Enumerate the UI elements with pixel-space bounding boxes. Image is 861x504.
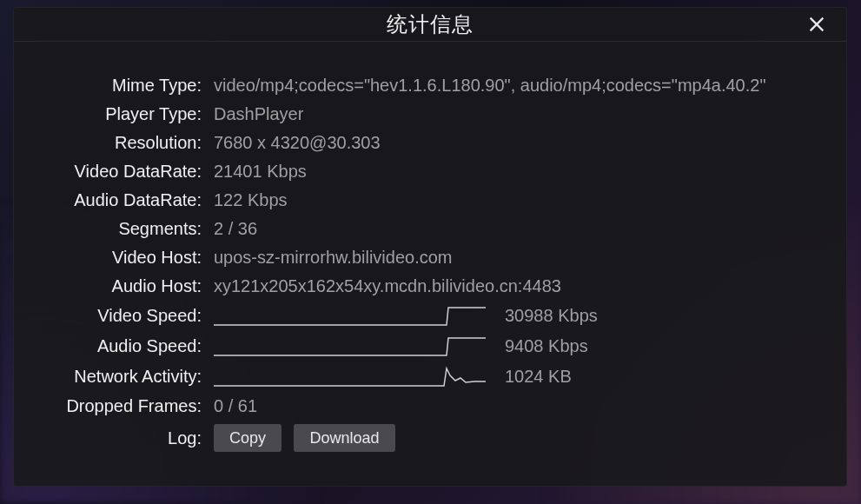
close-icon bbox=[807, 15, 826, 34]
network-activity-graph bbox=[214, 365, 486, 388]
row-audio-datarate: Audio DataRate: 122 Kbps bbox=[49, 189, 811, 210]
label-video-host: Video Host: bbox=[49, 248, 214, 268]
label-segments: Segments: bbox=[49, 219, 214, 239]
label-audio-host: Audio Host: bbox=[49, 276, 214, 296]
row-mime-type: Mime Type: video/mp4;codecs="hev1.1.6.L1… bbox=[49, 75, 811, 96]
panel-header: 统计信息 bbox=[14, 8, 846, 42]
row-video-host: Video Host: upos-sz-mirrorhw.bilivideo.c… bbox=[49, 247, 811, 268]
label-mime-type: Mime Type: bbox=[49, 76, 214, 96]
download-button[interactable]: Download bbox=[294, 424, 394, 452]
value-audio-speed: 9408 Kbps bbox=[505, 336, 588, 356]
label-audio-speed: Audio Speed: bbox=[49, 336, 214, 356]
row-network-activity: Network Activity: 1024 KB bbox=[49, 365, 811, 388]
label-player-type: Player Type: bbox=[49, 104, 214, 124]
row-resolution: Resolution: 7680 x 4320@30.303 bbox=[49, 132, 811, 153]
value-player-type: DashPlayer bbox=[214, 104, 811, 124]
value-video-host: upos-sz-mirrorhw.bilivideo.com bbox=[214, 248, 811, 268]
value-mime-type: video/mp4;codecs="hev1.1.6.L180.90", aud… bbox=[214, 76, 811, 96]
value-audio-host: xy121x205x162x54xy.mcdn.bilivideo.cn:448… bbox=[214, 276, 811, 296]
row-audio-speed: Audio Speed: 9408 Kbps bbox=[49, 335, 811, 357]
close-button[interactable] bbox=[805, 12, 829, 36]
label-video-datarate: Video DataRate: bbox=[49, 162, 214, 182]
label-dropped-frames: Dropped Frames: bbox=[49, 396, 214, 416]
row-log: Log: Copy Download bbox=[49, 424, 811, 452]
label-log: Log: bbox=[49, 428, 214, 448]
row-video-datarate: Video DataRate: 21401 Kbps bbox=[49, 161, 811, 182]
row-audio-host: Audio Host: xy121x205x162x54xy.mcdn.bili… bbox=[49, 275, 811, 296]
label-resolution: Resolution: bbox=[49, 133, 214, 153]
value-resolution: 7680 x 4320@30.303 bbox=[214, 133, 811, 153]
copy-button[interactable]: Copy bbox=[214, 424, 281, 452]
label-network-activity: Network Activity: bbox=[49, 367, 214, 387]
value-dropped-frames: 0 / 61 bbox=[214, 396, 811, 416]
row-segments: Segments: 2 / 36 bbox=[49, 218, 811, 239]
label-audio-datarate: Audio DataRate: bbox=[49, 190, 214, 210]
row-dropped-frames: Dropped Frames: 0 / 61 bbox=[49, 395, 811, 416]
value-video-datarate: 21401 Kbps bbox=[214, 162, 811, 182]
video-speed-graph bbox=[214, 304, 486, 327]
label-video-speed: Video Speed: bbox=[49, 306, 214, 326]
panel-title: 统计信息 bbox=[387, 10, 474, 38]
row-player-type: Player Type: DashPlayer bbox=[49, 103, 811, 124]
value-segments: 2 / 36 bbox=[214, 219, 811, 239]
log-buttons: Copy Download bbox=[214, 424, 404, 452]
stats-panel: 统计信息 Mime Type: video/mp4;codecs="hev1.1… bbox=[13, 7, 847, 487]
value-network-activity: 1024 KB bbox=[505, 367, 572, 387]
audio-speed-graph bbox=[214, 335, 486, 357]
panel-body: Mime Type: video/mp4;codecs="hev1.1.6.L1… bbox=[14, 42, 846, 486]
row-video-speed: Video Speed: 30988 Kbps bbox=[49, 304, 811, 327]
value-video-speed: 30988 Kbps bbox=[505, 306, 598, 326]
value-audio-datarate: 122 Kbps bbox=[214, 190, 811, 210]
